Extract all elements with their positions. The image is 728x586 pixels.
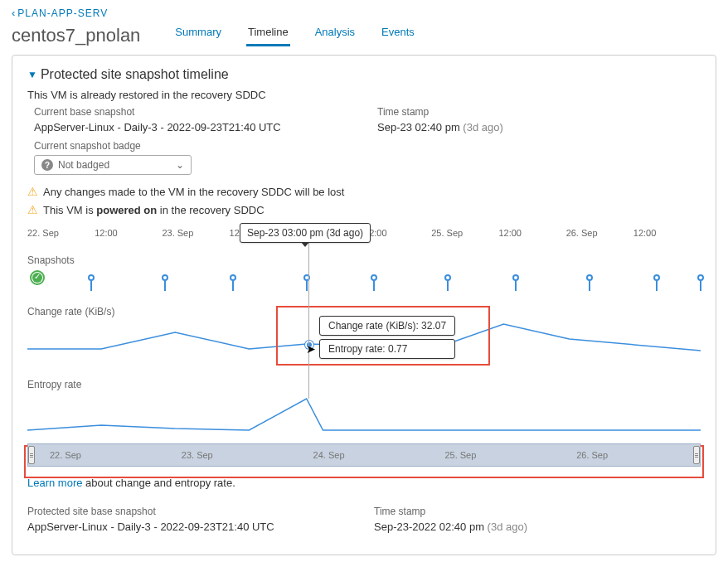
tab-analysis[interactable]: Analysis (313, 21, 357, 46)
current-base-value: AppServer-Linux - Daily-3 - 2022-09-23T2… (34, 121, 357, 133)
breadcrumb-parent: PLAN (17, 7, 46, 19)
axis-tick: 12:00 (498, 228, 565, 238)
brush-tick: 25. Sep (430, 450, 561, 460)
label-protected-base: Protected site base snapshot (27, 506, 354, 517)
restored-msg: This VM is already restored in the recov… (27, 89, 701, 101)
hover-guideline (308, 241, 309, 399)
snapshot-pin[interactable] (230, 274, 236, 291)
brush-tick: 23. Sep (167, 450, 298, 460)
brush-tick: 22. Sep (35, 450, 167, 460)
warning-powered-on: ⚠ This VM is powered on in the recovery … (27, 203, 701, 216)
section-title-text: Protected site snapshot timeline (41, 67, 229, 82)
axis-tick: 12:00 (364, 228, 431, 238)
chevron-left-icon: ‹ (12, 7, 16, 19)
time-range-brush[interactable]: 22. Sep23. Sep24. Sep25. Sep26. Sep (27, 443, 701, 467)
chevron-down-icon: ⌄ (176, 159, 184, 171)
current-ts-value: Sep-23 02:40 pm (3d ago) (377, 121, 701, 133)
hover-tooltip: Sep-23 03:00 pm (3d ago) (240, 223, 371, 243)
snapshot-pins-row[interactable] (27, 271, 701, 291)
tab-timeline[interactable]: Timeline (246, 21, 290, 46)
snapshot-pin[interactable] (512, 274, 519, 291)
learn-more-row: Learn more about change and entropy rate… (27, 477, 701, 489)
axis-tick: 23. Sep (162, 228, 229, 238)
tab-events[interactable]: Events (380, 21, 416, 46)
brush-handle-left[interactable] (28, 446, 35, 464)
tab-summary[interactable]: Summary (173, 21, 223, 46)
breadcrumb[interactable]: ‹ PLAN - APP-SERV (12, 7, 716, 19)
page-title: centos7_pnolan (12, 25, 140, 46)
warning-icon: ⚠ (27, 185, 38, 198)
learn-more-link[interactable]: Learn more (27, 477, 82, 489)
timeline-chart-area[interactable]: Sep-23 03:00 pm (3d ago) 22. Sep12:0023.… (27, 225, 701, 467)
warning-changes-lost: ⚠ Any changes made to the VM in the reco… (27, 185, 701, 198)
axis-tick: 22. Sep (27, 228, 95, 238)
chart-entropy-rate[interactable] (27, 394, 701, 437)
axis-tick: 12:00 (633, 228, 701, 238)
badge-select[interactable]: ? Not badged ⌄ (34, 155, 192, 175)
breadcrumb-name: APP-SERV (51, 7, 108, 19)
popup-entropy-rate: Entropy rate: 0.77 (319, 339, 455, 359)
protected-base-value: AppServer-Linux - Daily-3 - 2022-09-23T2… (27, 521, 354, 533)
label-badge: Current snapshot badge (27, 140, 701, 152)
axis-tick: 26. Sep (566, 228, 633, 238)
snapshot-pin[interactable] (371, 274, 377, 291)
axis-tick: 25. Sep (431, 228, 498, 238)
brush-ticks: 22. Sep23. Sep24. Sep25. Sep26. Sep (35, 450, 693, 460)
snapshot-pin-current[interactable] (34, 274, 41, 291)
warning-icon: ⚠ (27, 203, 38, 216)
popup-change-rate: Change rate (KiB/s): 32.07 (319, 316, 455, 336)
hover-point-change (305, 341, 313, 349)
label-timestamp-2: Time stamp (374, 506, 701, 517)
brush-tick: 26. Sep (561, 450, 693, 460)
snapshot-pin[interactable] (162, 274, 168, 291)
snapshot-pin[interactable] (586, 274, 593, 291)
snapshot-pin[interactable] (653, 274, 660, 291)
badge-select-value: Not badged (58, 159, 109, 171)
hover-value-popup: Change rate (KiB/s): 32.07 Entropy rate:… (319, 316, 455, 362)
label-current-base: Current base snapshot (34, 106, 357, 118)
axis-tick: 12:00 (95, 228, 162, 238)
brush-handle-right[interactable] (693, 446, 700, 464)
snapshot-pin[interactable] (88, 274, 95, 291)
label-snapshots: Snapshots (27, 254, 701, 266)
help-icon: ? (41, 159, 53, 171)
protected-ts-value: Sep-23-2022 02:40 pm (3d ago) (374, 521, 701, 533)
tabs: Summary Timeline Analysis Events (173, 21, 415, 46)
label-entropy-rate: Entropy rate (27, 379, 701, 390)
timeline-panel: ▼ Protected site snapshot timeline This … (12, 55, 716, 555)
section-title[interactable]: ▼ Protected site snapshot timeline (27, 67, 701, 82)
snapshot-pin[interactable] (444, 274, 451, 291)
label-timestamp: Time stamp (377, 106, 701, 118)
brush-tick: 24. Sep (298, 450, 430, 460)
snapshot-pin[interactable] (697, 274, 704, 291)
caret-down-icon: ▼ (27, 69, 37, 80)
